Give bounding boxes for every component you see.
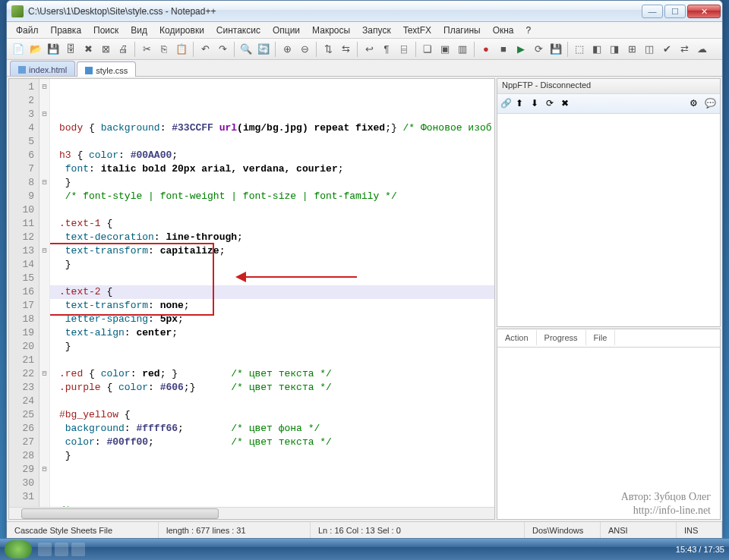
- wordwrap-icon[interactable]: ↩: [361, 41, 377, 58]
- code-text[interactable]: body { background: #33CCFF url(img/bg.jp…: [50, 79, 494, 507]
- plugin4-icon[interactable]: ⊞: [623, 41, 640, 58]
- app-window: C:\Users\1\Desktop\Site\style.css - Note…: [6, 0, 723, 539]
- macro-play-icon[interactable]: ▶: [513, 41, 529, 58]
- menu-файл[interactable]: Файл: [10, 24, 45, 37]
- lang-icon[interactable]: ❏: [419, 41, 436, 58]
- new-file-icon[interactable]: 📄: [10, 41, 27, 58]
- plugin3-icon[interactable]: ◨: [606, 41, 623, 58]
- plugin5-icon[interactable]: ◫: [641, 41, 658, 58]
- menu-окна[interactable]: Окна: [487, 24, 520, 37]
- close-button[interactable]: ✕: [687, 5, 721, 18]
- taskbar[interactable]: 15:43 / 17:35: [0, 539, 729, 560]
- ftp-tab-file[interactable]: File: [586, 330, 616, 345]
- maximize-button[interactable]: ☐: [664, 5, 686, 18]
- plugin2-icon[interactable]: ◧: [589, 41, 605, 58]
- menu-?[interactable]: ?: [520, 24, 538, 37]
- editor[interactable]: 1234567891011121314151617181920212223242…: [8, 78, 495, 520]
- line-number-gutter: 1234567891011121314151617181920212223242…: [9, 79, 39, 507]
- save-all-icon[interactable]: 🗄: [62, 41, 79, 58]
- arrow-annotation: [235, 272, 357, 282]
- messages-icon[interactable]: 💬: [705, 98, 717, 110]
- sync-h-icon[interactable]: ⇆: [337, 41, 354, 58]
- clock[interactable]: 15:43 / 17:35: [676, 545, 724, 554]
- menu-поиск[interactable]: Поиск: [87, 24, 125, 37]
- copy-icon[interactable]: ⎘: [156, 41, 172, 58]
- app-icon: [11, 5, 24, 17]
- status-insert-mode: INS: [677, 522, 722, 538]
- watermark: Автор: Зубцов Олег http://info-line.net: [621, 490, 711, 518]
- menu-правка[interactable]: Правка: [45, 24, 88, 37]
- sync-v-icon[interactable]: ⇅: [320, 41, 336, 58]
- menu-вид[interactable]: Вид: [125, 24, 153, 37]
- settings-icon[interactable]: ⚙: [690, 98, 702, 110]
- status-encoding: ANSI: [601, 522, 677, 538]
- all-chars-icon[interactable]: ¶: [378, 41, 395, 58]
- status-eol: Dos\Windows: [525, 522, 601, 538]
- minimize-button[interactable]: —: [642, 5, 663, 18]
- horizontal-scrollbar[interactable]: [9, 507, 494, 519]
- paste-icon[interactable]: 📋: [173, 41, 190, 58]
- compare-icon[interactable]: ⇄: [676, 41, 693, 58]
- quicklaunch-icon[interactable]: [38, 543, 52, 556]
- fold-icon[interactable]: ▣: [437, 41, 453, 58]
- redo-icon[interactable]: ↷: [214, 41, 231, 58]
- titlebar[interactable]: C:\Users\1\Desktop\Site\style.css - Note…: [7, 1, 722, 22]
- quicklaunch-icon[interactable]: [55, 543, 68, 556]
- menu-кодировки[interactable]: Кодировки: [153, 24, 210, 37]
- quicklaunch-icon[interactable]: [71, 543, 85, 556]
- status-length: length : 677 lines : 31: [159, 522, 311, 538]
- start-button[interactable]: [5, 540, 32, 558]
- statusbar: Cascade Style Sheets File length : 677 l…: [7, 521, 722, 538]
- menu-синтаксис[interactable]: Синтаксис: [210, 24, 267, 37]
- window-title: C:\Users\1\Desktop\Site\style.css - Note…: [28, 6, 642, 17]
- find-icon[interactable]: 🔍: [238, 41, 254, 58]
- print-icon[interactable]: 🖨: [115, 41, 131, 58]
- save-icon[interactable]: 💾: [45, 41, 62, 58]
- document-tabbar[interactable]: index.htmlstyle.css: [7, 60, 722, 77]
- macro-stop-icon[interactable]: ■: [495, 41, 512, 58]
- replace-icon[interactable]: 🔄: [255, 41, 272, 58]
- menubar[interactable]: ФайлПравкаПоискВидКодировкиСинтаксисОпци…: [7, 22, 722, 39]
- file-icon: [18, 66, 26, 74]
- menu-макросы[interactable]: Макросы: [306, 24, 356, 37]
- undo-icon[interactable]: ↶: [197, 41, 213, 58]
- macro-repeat-icon[interactable]: ⟳: [530, 41, 547, 58]
- ftp-output-tabs[interactable]: ActionProgressFile: [497, 329, 720, 348]
- status-file-type: Cascade Style Sheets File: [7, 522, 159, 538]
- macro-save-icon[interactable]: 💾: [548, 41, 564, 58]
- menu-textfx[interactable]: TextFX: [397, 24, 437, 37]
- status-position: Ln : 16 Col : 13 Sel : 0: [311, 522, 525, 538]
- ftp-tab-action[interactable]: Action: [497, 330, 537, 345]
- zoom-out-icon[interactable]: ⊖: [296, 41, 313, 58]
- fold-margin[interactable]: ⊟⊟⊟⊟⊟⊟: [39, 79, 50, 507]
- refresh-icon[interactable]: ⟳: [546, 98, 558, 110]
- abort-icon[interactable]: ✖: [561, 98, 573, 110]
- upload-icon[interactable]: ⬆: [516, 98, 528, 110]
- indent-guide-icon[interactable]: ⌸: [396, 41, 412, 58]
- macro-record-icon[interactable]: ●: [478, 41, 494, 58]
- download-icon[interactable]: ⬇: [531, 98, 543, 110]
- zoom-in-icon[interactable]: ⊕: [279, 41, 295, 58]
- ftp-panel-title: NppFTP - Disconnected: [497, 79, 720, 94]
- ftp-tab-progress[interactable]: Progress: [537, 330, 586, 345]
- spellcheck-icon[interactable]: ✔: [658, 41, 675, 58]
- cut-icon[interactable]: ✂: [138, 41, 155, 58]
- connect-icon[interactable]: 🔗: [500, 98, 513, 110]
- close-file-icon[interactable]: ✖: [80, 41, 96, 58]
- menu-опции[interactable]: Опции: [267, 24, 306, 37]
- ftp-toolbar[interactable]: 🔗 ⬆ ⬇ ⟳ ✖ ⚙ 💬: [497, 94, 720, 114]
- open-file-icon[interactable]: 📂: [27, 41, 44, 58]
- tab-style-css[interactable]: style.css: [77, 61, 136, 77]
- ftp-tree[interactable]: [497, 114, 720, 326]
- tab-index-html[interactable]: index.html: [10, 61, 75, 76]
- menu-запуск[interactable]: Запуск: [356, 24, 397, 37]
- close-all-icon[interactable]: ⊠: [97, 41, 114, 58]
- toolbar[interactable]: 📄 📂 💾 🗄 ✖ ⊠ 🖨 ✂ ⎘ 📋 ↶ ↷ 🔍 🔄 ⊕ ⊖ ⇅ ⇆ ↩: [7, 39, 722, 60]
- doc-map-icon[interactable]: ▥: [454, 41, 471, 58]
- plugin1-icon[interactable]: ⬚: [571, 41, 588, 58]
- file-icon: [85, 67, 93, 74]
- ftp-icon[interactable]: ☁: [693, 41, 710, 58]
- menu-плагины[interactable]: Плагины: [437, 24, 487, 37]
- highlight-box: [50, 243, 214, 316]
